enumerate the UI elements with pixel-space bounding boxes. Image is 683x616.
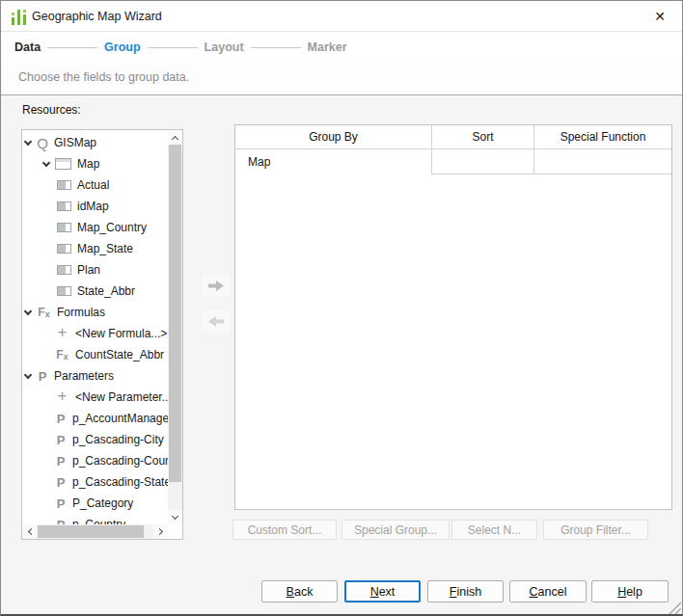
group-by-grid: Group By Sort Special Function Map: [234, 124, 672, 510]
grid-header: Group By Sort Special Function: [235, 125, 671, 149]
geographic-map-wizard-dialog: Geographic Map Wizard ✕ Data Group Layou…: [0, 0, 683, 616]
parameter-icon: P: [55, 496, 67, 511]
tree-item-map[interactable]: Map: [22, 153, 168, 174]
tree-item-p-accountmanagername[interactable]: P p_AccountManagerNam: [22, 408, 168, 429]
tree-item-p-cascading-country[interactable]: P p_Cascading-Country: [22, 450, 168, 471]
scroll-left-icon: [27, 528, 34, 535]
tree-item-idmap[interactable]: idMap: [22, 196, 168, 217]
tree-item-formulas[interactable]: Fx Formulas: [22, 302, 168, 323]
column-header-special-function: Special Function: [534, 125, 671, 148]
group-by-cell[interactable]: Map: [235, 149, 432, 174]
column-icon: [57, 201, 71, 211]
app-logo-bars-icon: [11, 9, 28, 25]
resize-grip[interactable]: [666, 599, 681, 614]
grid-row: Map: [235, 149, 671, 174]
parameter-icon: P: [55, 518, 67, 525]
help-button[interactable]: Help: [591, 580, 669, 603]
parameter-icon: P: [55, 412, 67, 426]
parameter-icon: P: [55, 475, 67, 490]
special-group-button[interactable]: Special Group...: [342, 520, 450, 540]
back-button[interactable]: Back: [261, 580, 338, 603]
window-title: Geographic Map Wizard: [32, 10, 162, 23]
column-icon: [57, 244, 71, 254]
wizard-steps: Data Group Layout Marker: [1, 33, 682, 62]
query-icon: Q: [37, 135, 48, 151]
remove-field-button[interactable]: [203, 310, 230, 333]
vertical-scroll-thumb[interactable]: [169, 145, 181, 482]
chevron-down-icon[interactable]: [42, 158, 50, 166]
tree-item-state-abbr[interactable]: State_Abbr: [22, 281, 168, 302]
column-icon: [57, 265, 71, 275]
column-header-sort: Sort: [432, 125, 534, 148]
tree-item-plan[interactable]: Plan: [22, 259, 168, 281]
tree-item-map-state[interactable]: Map_State: [22, 238, 168, 259]
formula-icon: Fx: [55, 348, 69, 362]
column-header-group-by: Group By: [235, 125, 432, 148]
scroll-left-button[interactable]: [22, 524, 37, 539]
subtitle-row: Choose the fields to group data.: [1, 62, 682, 95]
parameter-icon: P: [55, 454, 67, 469]
content-area: Resources: Q GISMap Map Actual: [1, 95, 682, 615]
add-field-button[interactable]: [203, 275, 230, 297]
tree-item-countstate-abbr[interactable]: Fx CountState_Abbr: [22, 344, 168, 365]
chevron-down-icon[interactable]: [24, 307, 32, 314]
titlebar: Geographic Map Wizard ✕: [1, 1, 682, 32]
scroll-down-icon: [172, 513, 178, 520]
tree-item-map-country[interactable]: Map_Country: [22, 217, 168, 238]
column-icon: [57, 223, 71, 232]
step-group[interactable]: Group: [104, 40, 141, 54]
tree-item-parameters[interactable]: P Parameters: [22, 365, 168, 387]
scroll-right-icon: [156, 528, 163, 535]
step-data[interactable]: Data: [14, 40, 41, 54]
next-button[interactable]: Next: [344, 580, 421, 603]
tree-item-p-cascading-city[interactable]: P p_Cascading-City: [22, 429, 168, 450]
tree-item-p-country[interactable]: P p_Country: [22, 514, 168, 524]
formula-icon: Fx: [37, 306, 51, 319]
resources-tree: Q GISMap Map Actual idMap: [21, 129, 183, 540]
move-right-icon: [207, 280, 225, 292]
step-connector: [148, 47, 198, 48]
step-connector: [47, 47, 97, 48]
tree-item-gismap[interactable]: Q GISMap: [22, 132, 168, 153]
chevron-down-icon[interactable]: [24, 137, 32, 145]
step-marker[interactable]: Marker: [308, 40, 347, 54]
table-icon: [55, 158, 71, 170]
scroll-down-button[interactable]: [168, 510, 182, 524]
horizontal-scroll-thumb[interactable]: [38, 525, 144, 538]
sort-cell[interactable]: [432, 149, 534, 174]
scroll-up-button[interactable]: [168, 130, 182, 145]
parameter-icon: P: [37, 369, 48, 384]
wizard-subtitle: Choose the fields to group data.: [18, 70, 189, 84]
column-icon: [57, 180, 71, 190]
plus-icon: +: [55, 323, 69, 342]
tree-item-actual[interactable]: Actual: [22, 174, 168, 196]
custom-sort-button[interactable]: Custom Sort...: [232, 520, 337, 540]
special-function-cell[interactable]: [534, 149, 671, 174]
tree-item-p-cascading-state[interactable]: P p_Cascading-State: [22, 471, 168, 493]
resources-label: Resources:: [22, 103, 81, 117]
cancel-button[interactable]: Cancel: [509, 580, 587, 603]
move-left-icon: [207, 315, 225, 328]
scroll-up-icon: [172, 135, 178, 142]
finish-button[interactable]: Finish: [427, 580, 504, 603]
tree-vertical-scrollbar[interactable]: [168, 130, 182, 524]
close-icon[interactable]: ✕: [647, 6, 672, 27]
tree-item-new-formula[interactable]: + <New Formula...>: [22, 323, 168, 344]
column-icon: [57, 286, 71, 296]
tree-viewport: Q GISMap Map Actual idMap: [22, 130, 168, 524]
plus-icon: +: [55, 387, 69, 406]
select-n-button[interactable]: Select N...: [451, 520, 537, 540]
group-filter-button[interactable]: Group Filter...: [543, 520, 648, 540]
step-connector: [251, 47, 301, 48]
scroll-right-button[interactable]: [153, 524, 168, 539]
tree-horizontal-scrollbar[interactable]: [22, 524, 168, 539]
tree-item-new-parameter[interactable]: + <New Parameter...>: [22, 387, 168, 408]
tree-item-p-category[interactable]: P P_Category: [22, 493, 168, 514]
chevron-down-icon[interactable]: [24, 370, 32, 378]
step-layout[interactable]: Layout: [205, 40, 244, 54]
parameter-icon: P: [55, 433, 67, 447]
